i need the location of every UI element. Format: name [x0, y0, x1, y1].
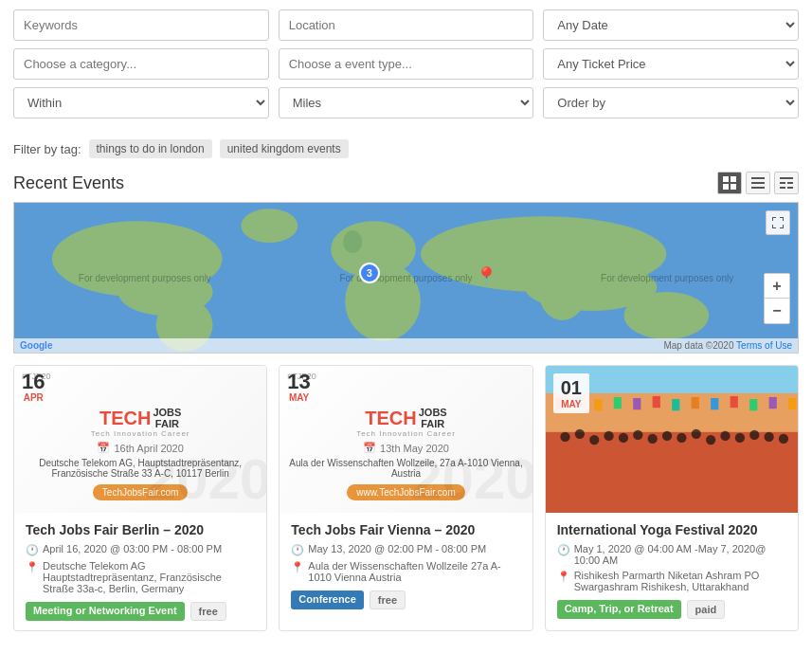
logo-tech-berlin: TECH — [99, 408, 151, 429]
event-info-berlin: Tech Jobs Fair Berlin – 2020 🕐 April 16,… — [14, 513, 266, 630]
clock-icon-yoga: 🕐 — [557, 544, 570, 556]
event-image-yoga: 01 MAY — [546, 366, 798, 513]
event-info-vienna: Tech Jobs Fair Vienna – 2020 🕐 May 13, 2… — [280, 513, 532, 619]
event-address-meta-vienna: 📍 Aula der Wissenschaften Wollzeile 27a … — [291, 560, 520, 583]
tag-paid-yoga[interactable]: paid — [687, 600, 726, 619]
date-mon-vienna: MAY — [287, 392, 310, 403]
filter-row-2: Any Ticket Price Free Paid — [13, 48, 799, 80]
section-header: Recent Events — [0, 166, 812, 202]
date-mon-berlin: APR — [22, 392, 45, 403]
map-zoom-controls: + − — [764, 273, 790, 324]
bg-text-berlin: 2020 — [145, 451, 266, 508]
event-title-vienna[interactable]: Tech Jobs Fair Vienna – 2020 — [291, 522, 520, 537]
map-pin-cluster[interactable]: 3 — [359, 263, 380, 283]
orderby-select[interactable]: Order by Date Title — [543, 87, 799, 118]
event-type-input[interactable] — [279, 48, 534, 80]
event-image-vienna: #TJF20 13 MAY TECH JOBS FAIR Tech Innova… — [280, 366, 532, 513]
within-select[interactable]: Within 5 miles 10 miles 25 miles — [13, 87, 269, 118]
svg-point-38 — [720, 431, 730, 441]
yoga-date-num: 01 — [561, 377, 582, 399]
svg-point-22 — [241, 209, 298, 243]
map-zoom-out[interactable]: − — [765, 299, 789, 323]
tag-filter: Filter by tag: things to do in london un… — [0, 136, 812, 166]
pin-icon-yoga: 📍 — [557, 571, 570, 583]
ticket-price-select[interactable]: Any Ticket Price Free Paid — [543, 48, 799, 80]
tag-london[interactable]: things to do in london — [89, 139, 212, 158]
svg-point-27 — [560, 432, 569, 442]
date-num-vienna: 13 — [287, 372, 310, 392]
svg-rect-6 — [751, 187, 765, 189]
svg-rect-9 — [787, 182, 793, 184]
tag-free-berlin[interactable]: free — [190, 602, 226, 621]
svg-rect-5 — [751, 182, 765, 184]
tjf-logo-berlin: TECH JOBS FAIR Tech Innovation Career — [91, 407, 190, 438]
svg-point-32 — [633, 430, 642, 440]
svg-point-35 — [677, 433, 686, 443]
clock-icon-berlin: 🕐 — [26, 544, 39, 556]
svg-point-42 — [778, 434, 787, 444]
clock-icon-vienna: 🕐 — [291, 544, 304, 556]
view-toggles — [717, 172, 799, 194]
view-grid-button[interactable] — [717, 172, 742, 194]
logo-sub-berlin: Tech Innovation Career — [91, 429, 190, 438]
svg-point-30 — [604, 431, 613, 441]
pin-icon-vienna: 📍 — [291, 561, 304, 573]
tag-free-vienna[interactable]: free — [370, 590, 406, 609]
svg-rect-55 — [788, 398, 796, 409]
svg-point-39 — [734, 433, 744, 443]
svg-point-21 — [539, 263, 586, 320]
svg-rect-0 — [723, 176, 729, 182]
logo-sub-vienna: Tech Innovation Career — [356, 429, 456, 438]
grid-icon — [723, 176, 736, 190]
event-tags-vienna: Conference free — [291, 590, 520, 609]
map-footer: Google Map data ©2020 Terms of Use — [14, 338, 798, 353]
section-title: Recent Events — [13, 173, 124, 193]
filter-row-3: Within 5 miles 10 miles 25 miles Miles K… — [13, 87, 799, 118]
svg-point-23 — [343, 230, 362, 253]
svg-point-33 — [647, 434, 657, 444]
tag-camp-yoga[interactable]: Camp, Trip, or Retreat — [557, 600, 681, 619]
svg-rect-2 — [723, 184, 729, 190]
svg-rect-49 — [672, 399, 679, 410]
event-tags-berlin: Meeting or Networking Event free — [26, 602, 255, 621]
svg-rect-51 — [711, 398, 718, 409]
miles-select[interactable]: Miles Kilometers — [279, 87, 534, 118]
yoga-date-mon: MAY — [561, 399, 582, 409]
tag-uk[interactable]: united kingdom events — [220, 139, 349, 158]
keywords-input[interactable] — [13, 9, 269, 41]
world-map-svg — [14, 203, 798, 353]
svg-point-28 — [574, 429, 584, 439]
map-zoom-in[interactable]: + — [765, 274, 789, 299]
view-list-button[interactable] — [746, 172, 770, 194]
date-badge-vienna: 13 MAY — [287, 372, 310, 403]
tag-filter-label: Filter by tag: — [13, 142, 81, 156]
location-input[interactable] — [279, 9, 534, 41]
event-date-meta-vienna: 🕐 May 13, 2020 @ 02:00 PM - 08:00 PM — [291, 543, 520, 556]
svg-rect-47 — [633, 398, 641, 409]
svg-rect-3 — [731, 184, 736, 190]
svg-point-37 — [706, 435, 715, 445]
map-background[interactable]: For development purposes only For develo… — [14, 203, 798, 353]
map-terms[interactable]: Terms of Use — [736, 340, 792, 351]
pin-icon-berlin: 📍 — [26, 561, 39, 573]
svg-point-17 — [345, 262, 421, 341]
svg-rect-46 — [613, 397, 621, 409]
svg-point-40 — [749, 430, 759, 440]
view-table-button[interactable] — [774, 172, 799, 194]
tag-meeting-berlin[interactable]: Meeting or Networking Event — [26, 602, 185, 621]
tag-conference-vienna[interactable]: Conference — [291, 590, 364, 609]
logo-jobs-berlin: JOBS — [153, 407, 181, 418]
map-fullscreen-button[interactable] — [766, 210, 790, 235]
svg-point-29 — [589, 435, 599, 445]
date-select[interactable]: Any Date Today This Week This Month — [543, 9, 799, 41]
logo-fair-berlin: FAIR — [153, 418, 181, 429]
yoga-date-overlay: 01 MAY — [553, 373, 589, 413]
date-badge-berlin: 16 APR — [22, 372, 45, 403]
svg-point-34 — [662, 431, 672, 441]
event-address-meta-yoga: 📍 Rishikesh Parmarth Niketan Ashram PO S… — [557, 570, 786, 592]
category-input[interactable] — [13, 48, 269, 80]
event-info-yoga: International Yoga Festival 2020 🕐 May 1… — [546, 513, 798, 628]
event-title-yoga[interactable]: International Yoga Festival 2020 — [557, 522, 786, 537]
event-tags-yoga: Camp, Trip, or Retreat paid — [557, 600, 786, 619]
event-title-berlin[interactable]: Tech Jobs Fair Berlin – 2020 — [26, 522, 255, 537]
